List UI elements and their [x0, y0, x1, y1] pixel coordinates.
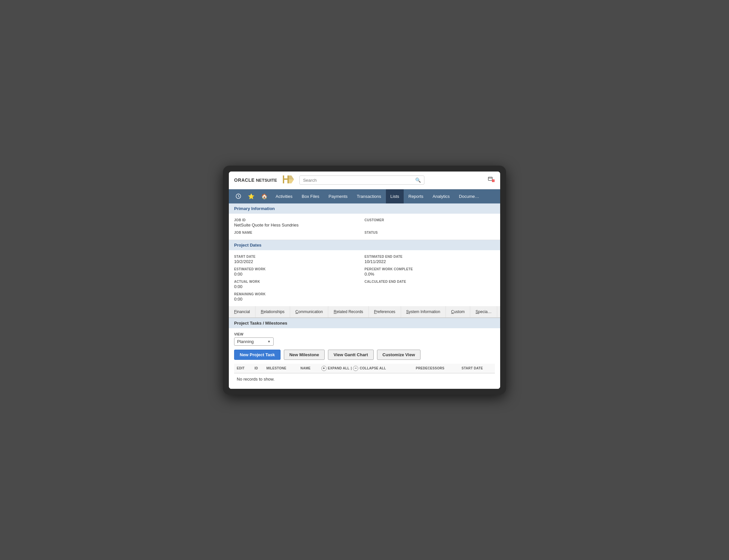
- start-date-label: START DATE: [234, 255, 365, 258]
- screen: ORACLE NETSUITE 🔍: [229, 172, 500, 389]
- nav-documents[interactable]: Docume…: [454, 189, 484, 203]
- view-select-value: Planning: [237, 339, 265, 344]
- col-milestone: MILESTONE: [264, 364, 298, 373]
- expand-all-button[interactable]: +: [321, 366, 327, 371]
- no-records-row: No records to show.: [234, 373, 495, 385]
- search-icon: 🔍: [415, 177, 421, 183]
- search-box: 🔍: [299, 175, 424, 185]
- button-row: New Project Task New Milestone View Gant…: [234, 350, 495, 360]
- tab-relationships[interactable]: Relationships: [256, 306, 290, 317]
- job-name-label: JOB NAME: [234, 231, 365, 234]
- new-milestone-button[interactable]: New Milestone: [284, 350, 325, 360]
- svg-marker-4: [289, 179, 294, 183]
- svg-rect-5: [488, 177, 492, 180]
- remaining-work-label: REMAINING WORK: [234, 292, 365, 296]
- percent-work-field: PERCENT WORK COMPLETE 0.0%: [365, 267, 495, 277]
- new-project-task-button[interactable]: New Project Task: [234, 350, 281, 360]
- col-id: ID: [252, 364, 264, 373]
- tasks-panel: Project Tasks / Milestones VIEW Planning…: [229, 318, 500, 389]
- favorites-icon[interactable]: ⭐: [245, 189, 258, 203]
- tasks-panel-body: VIEW Planning ▼ New Project Task New Mil…: [229, 328, 500, 389]
- device-frame: ORACLE NETSUITE 🔍: [223, 166, 506, 395]
- main-content: Primary Information JOB ID NetSuite Quot…: [229, 203, 500, 389]
- tasks-panel-header: Project Tasks / Milestones: [229, 318, 500, 328]
- job-id-value: NetSuite Quote for Hess Sundries: [234, 223, 365, 227]
- estimated-end-date-label: ESTIMATED END DATE: [365, 255, 495, 258]
- tab-custom[interactable]: Custom: [446, 306, 470, 317]
- tab-bar: Financial Relationships Communication Re…: [229, 306, 500, 318]
- nav-analytics[interactable]: Analytics: [428, 189, 454, 203]
- separator: |: [351, 366, 352, 370]
- chevron-down-icon: ▼: [267, 340, 271, 343]
- notifications-icon[interactable]: !: [488, 176, 495, 185]
- col-name: NAME: [298, 364, 319, 373]
- col-expand-collapse[interactable]: + EXPAND ALL | − COLLAPSE ALL: [319, 364, 413, 373]
- nav-lists[interactable]: Lists: [386, 189, 404, 203]
- tab-preferences[interactable]: Preferences: [369, 306, 401, 317]
- job-id-label: JOB ID: [234, 218, 365, 222]
- nav-activities[interactable]: Activities: [271, 189, 297, 203]
- back-icon[interactable]: [232, 189, 245, 203]
- status-field: STATUS: [365, 231, 495, 235]
- nav-reports[interactable]: Reports: [404, 189, 428, 203]
- estimated-work-value: 0:00: [234, 272, 365, 277]
- actual-work-field: ACTUAL WORK 0:00: [234, 280, 365, 289]
- nav-payments[interactable]: Payments: [324, 189, 352, 203]
- no-records-message: No records to show.: [234, 373, 495, 385]
- remaining-work-field: REMAINING WORK 0:00: [234, 292, 365, 302]
- actual-work-label: ACTUAL WORK: [234, 280, 365, 283]
- percent-work-label: PERCENT WORK COMPLETE: [365, 267, 495, 271]
- col-edit: EDIT: [234, 364, 252, 373]
- job-id-field: JOB ID NetSuite Quote for Hess Sundries: [234, 218, 365, 227]
- remaining-work-value: 0:00: [234, 297, 365, 302]
- customer-label: CUSTOMER: [365, 218, 495, 222]
- project-dates-header: Project Dates: [229, 240, 500, 250]
- view-gantt-chart-button[interactable]: View Gantt Chart: [328, 350, 374, 360]
- estimated-end-date-field: ESTIMATED END DATE 10/11/2022: [365, 255, 495, 264]
- estimated-work-label: ESTIMATED WORK: [234, 267, 365, 271]
- home-icon[interactable]: 🏠: [258, 189, 271, 203]
- search-input[interactable]: [303, 178, 413, 183]
- start-date-field: START DATE 10/2/2022: [234, 255, 365, 264]
- logo-oracle-text: ORACLE: [234, 177, 255, 183]
- customer-field: CUSTOMER: [365, 218, 495, 227]
- logo-netsuite-text: NETSUITE: [256, 178, 277, 183]
- view-label: VIEW: [234, 332, 495, 336]
- tab-special[interactable]: Specia…: [470, 306, 497, 317]
- netsuite-h-icon: [282, 175, 294, 186]
- tab-system-information[interactable]: System Information: [401, 306, 446, 317]
- tab-financial[interactable]: Financial: [229, 306, 256, 317]
- collapse-all-label: COLLAPSE ALL: [360, 366, 386, 370]
- svg-rect-2: [284, 178, 287, 180]
- customize-view-button[interactable]: Customize View: [377, 350, 421, 360]
- tab-communication[interactable]: Communication: [290, 306, 328, 317]
- start-date-value: 10/2/2022: [234, 259, 365, 264]
- nav-bar: ⭐ 🏠 Activities Box Files Payments Transa…: [229, 189, 500, 203]
- estimated-work-field: ESTIMATED WORK 0:00: [234, 267, 365, 277]
- estimated-end-date-value: 10/11/2022: [365, 259, 495, 264]
- status-label: STATUS: [365, 231, 495, 234]
- view-select[interactable]: Planning ▼: [234, 337, 274, 346]
- percent-work-value: 0.0%: [365, 272, 495, 277]
- tasks-table: EDIT ID MILESTONE NAME + EXPAND ALL |: [234, 364, 495, 385]
- col-predecessors: PREDECESSORS: [413, 364, 459, 373]
- nav-box-files[interactable]: Box Files: [297, 189, 324, 203]
- nav-transactions[interactable]: Transactions: [352, 189, 386, 203]
- svg-rect-1: [287, 175, 289, 183]
- svg-text:!: !: [493, 180, 494, 182]
- expand-all-label: EXPAND ALL: [328, 366, 350, 370]
- actual-work-value: 0:00: [234, 284, 365, 289]
- collapse-all-button[interactable]: −: [353, 366, 358, 371]
- col-start-date: START DATE: [459, 364, 495, 373]
- svg-marker-3: [289, 175, 294, 179]
- calculated-end-label: CALCULATED END DATE: [365, 280, 495, 283]
- primary-info-grid: JOB ID NetSuite Quote for Hess Sundries …: [229, 214, 500, 240]
- tab-related-records[interactable]: Related Records: [328, 306, 368, 317]
- calculated-end-field: CALCULATED END DATE: [365, 280, 495, 289]
- svg-rect-0: [283, 175, 284, 183]
- job-name-field: JOB NAME: [234, 231, 365, 235]
- project-dates-grid: START DATE 10/2/2022 ESTIMATED END DATE …: [229, 250, 500, 306]
- primary-info-header: Primary Information: [229, 203, 500, 214]
- logo: ORACLE NETSUITE: [234, 177, 277, 183]
- top-bar: ORACLE NETSUITE 🔍: [229, 172, 500, 189]
